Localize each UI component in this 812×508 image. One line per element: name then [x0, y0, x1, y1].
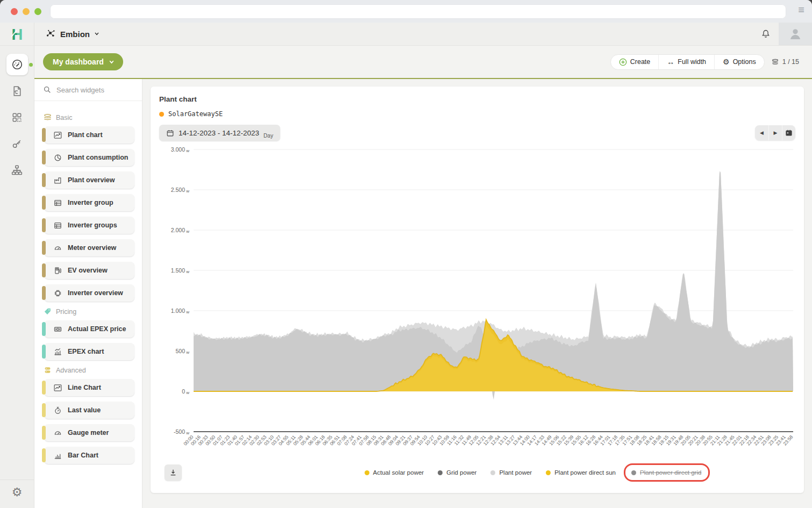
plant-chart-plot[interactable]: 3.000 w2.500 w2.000 w1.500 w1.000 w500 w…: [159, 145, 795, 460]
create-button[interactable]: Create: [611, 55, 659, 69]
widget-card-label: Line Chart: [68, 384, 101, 391]
pie-chart-icon: [53, 153, 62, 162]
chart-line-icon: [53, 383, 62, 392]
browser-window: ≡ H Embion: [0, 0, 812, 508]
minimize-window-button[interactable]: [23, 8, 30, 15]
search-widgets-input[interactable]: [56, 86, 132, 94]
svg-text:-500 w: -500 w: [174, 428, 189, 436]
widget-card-label: Bar Chart: [68, 452, 98, 459]
widget-card-inverter-group[interactable]: Inverter group: [44, 194, 134, 211]
section-label: Basic: [56, 114, 73, 121]
plant-chart-widget: Plant chart SolarGatewaySE 14: [151, 87, 804, 493]
widget-card-epex-chart[interactable]: EPEX chart: [44, 343, 134, 360]
widget-card-last-value[interactable]: Last value: [44, 402, 134, 419]
dashboard-selector-label: My dashboard: [53, 58, 104, 66]
widget-card-inverter-overview[interactable]: Inverter overview: [44, 284, 134, 302]
widget-card-ev-overview[interactable]: EV overview: [44, 262, 134, 279]
app-logo[interactable]: H: [0, 23, 34, 45]
previous-period-button[interactable]: ◀: [755, 125, 768, 140]
settings-gear-icon[interactable]: ⚙: [12, 486, 23, 498]
legend-item-plant-power-direct-sun[interactable]: Plant power direct sun: [546, 469, 616, 476]
next-period-button[interactable]: ▶: [768, 125, 782, 140]
widget-card-meter-overview[interactable]: Meter overview: [44, 239, 134, 256]
card-accent-bar: [42, 286, 46, 300]
full-width-label: Full width: [678, 58, 706, 66]
legend-dot: [365, 470, 369, 475]
sidebar-item-billing[interactable]: [6, 80, 28, 102]
widget-card-label: Last value: [68, 406, 101, 414]
speedometer-icon: [11, 58, 24, 71]
legend-item-actual-solar-power[interactable]: Actual solar power: [365, 469, 424, 476]
calendar-picker-button[interactable]: [782, 125, 795, 140]
dashboard-main: Plant chart SolarGatewaySE 14: [143, 79, 812, 508]
widget-card-plant-chart[interactable]: Plant chart: [44, 126, 134, 144]
legend-label: Plant power: [499, 469, 532, 476]
sidebar-item-access-keys[interactable]: [6, 133, 28, 154]
legend-dot: [438, 470, 443, 475]
date-navigation: ◀ ▶: [755, 125, 795, 140]
card-accent-bar: [42, 241, 46, 255]
search-icon: [43, 85, 52, 94]
legend-label: Actual solar power: [373, 469, 424, 476]
full-width-button[interactable]: ↔ Full width: [658, 55, 714, 69]
legend-label: Plant power direct grid: [640, 469, 701, 476]
download-chart-button[interactable]: [165, 464, 182, 481]
dashboard-toolbar: My dashboard Create ↔ Full width: [34, 46, 812, 79]
device-status-dot: [159, 112, 164, 117]
plus-circle-icon: [619, 58, 627, 66]
legend-item-plant-power-direct-grid[interactable]: Plant power direct grid: [631, 469, 701, 476]
close-window-button[interactable]: [11, 8, 18, 15]
bar-chart-icon: [53, 451, 62, 460]
widget-card-inverter-groups[interactable]: Inverter groups: [44, 217, 134, 234]
dashboard-selector-button[interactable]: My dashboard: [43, 53, 123, 70]
svg-text:1.000 w: 1.000 w: [171, 307, 190, 315]
widget-card-label: Actual EPEX price: [68, 325, 126, 333]
options-button[interactable]: ⚙ Options: [714, 55, 764, 69]
banknote-icon: [53, 325, 62, 334]
maximize-window-button[interactable]: [34, 8, 41, 15]
sidebar-item-dashboards[interactable]: [6, 54, 28, 75]
widget-card-plant-consumption[interactable]: Plant consumption: [44, 149, 134, 166]
browser-menu-icon[interactable]: ≡: [798, 4, 804, 16]
address-bar[interactable]: [50, 4, 786, 19]
chart-coins-icon: [53, 347, 62, 356]
date-range-button[interactable]: 14-12-2023 - 14-12-2023 Day: [159, 125, 280, 141]
table-list-icon: [53, 221, 62, 230]
legend-dot: [490, 470, 495, 475]
widget-card-plant-overview[interactable]: Plant overview: [44, 171, 134, 189]
page-indicator-label: 1 / 15: [782, 58, 799, 66]
widget-title: Plant chart: [159, 95, 795, 103]
widget-search: [34, 79, 142, 101]
sidebar-item-hierarchy[interactable]: [6, 159, 28, 181]
legend-item-grid-power[interactable]: Grid power: [438, 469, 476, 476]
chart-plot-area[interactable]: 3.000 w2.500 w2.000 w1.500 w1.000 w500 w…: [159, 145, 795, 460]
card-accent-bar: [42, 426, 46, 440]
notifications-button[interactable]: [753, 23, 779, 45]
calendar-icon: [785, 129, 793, 137]
organization-selector[interactable]: Embion: [34, 23, 753, 45]
widget-card-actual-epex-price[interactable]: Actual EPEX price: [44, 320, 134, 338]
svg-text:3.000 w: 3.000 w: [171, 146, 190, 154]
device-name: SolarGatewaySE: [168, 110, 223, 118]
card-accent-bar: [42, 322, 46, 336]
svg-text:2.000 w: 2.000 w: [171, 227, 190, 234]
dashboard-actions: Create ↔ Full width ⚙ Options: [610, 54, 765, 70]
price-tag-icon: [43, 307, 52, 316]
legend-item-plant-power[interactable]: Plant power: [490, 469, 532, 476]
widget-grid-icon: [11, 111, 23, 124]
bell-icon: [760, 28, 771, 39]
user-avatar[interactable]: [779, 23, 812, 45]
widget-card-label: Meter overview: [68, 244, 116, 252]
widget-card-label: EV overview: [68, 267, 108, 274]
sidebar-bottom: ⚙: [0, 480, 34, 508]
icon-sidebar: ⚙: [0, 46, 34, 508]
legend-label: Grid power: [446, 469, 476, 476]
card-accent-bar: [42, 263, 46, 277]
widget-card-gauge-meter[interactable]: Gauge meter: [44, 424, 134, 441]
card-accent-bar: [42, 448, 46, 462]
widget-card-line-chart[interactable]: Line Chart: [44, 379, 134, 396]
sidebar-item-widgets[interactable]: [6, 106, 28, 128]
widget-card-bar-chart[interactable]: Bar Chart: [44, 447, 134, 464]
create-label: Create: [630, 58, 651, 66]
card-accent-bar: [42, 345, 46, 359]
